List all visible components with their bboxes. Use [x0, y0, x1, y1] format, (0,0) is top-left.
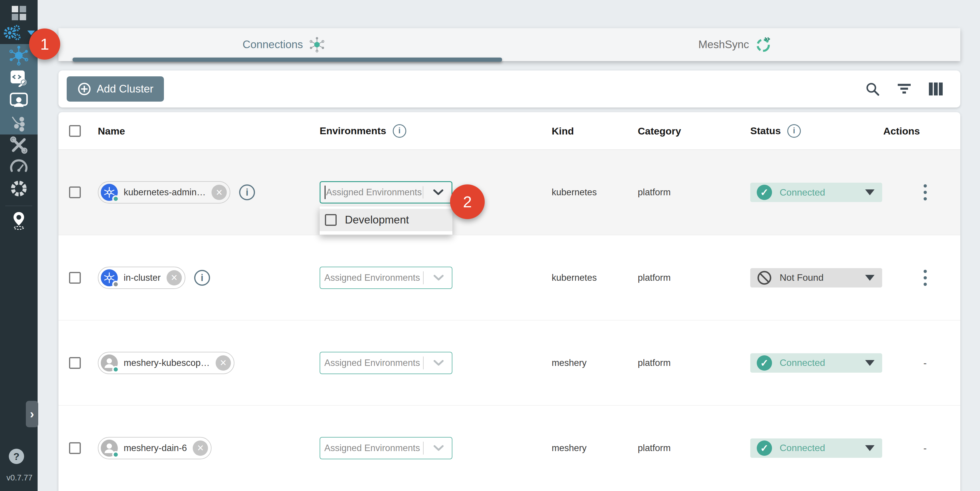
category-value: platform [638, 187, 671, 198]
dashboard-grid-icon[interactable] [0, 2, 38, 24]
connection-name: meshery-kubescop… [124, 358, 210, 368]
select-divider [423, 271, 423, 284]
tab-meshsync[interactable]: MeshSync [509, 28, 960, 61]
help-icon[interactable]: ? [9, 449, 24, 464]
tab-connections[interactable]: Connections [59, 28, 509, 61]
status-label: Connected [780, 358, 825, 368]
status-caret-icon [865, 360, 875, 366]
annotation-step-1: 1 [29, 29, 60, 60]
status-dot [112, 195, 119, 202]
tab-connections-label: Connections [243, 38, 303, 51]
view-columns-icon[interactable] [929, 82, 943, 96]
connection-chip[interactable]: meshery-dain-6 × [98, 437, 212, 459]
not-found-icon [757, 270, 772, 286]
chevron-down-icon[interactable] [434, 445, 444, 451]
performance-gauge-icon[interactable] [0, 155, 38, 176]
status-chip[interactable]: ✓ Connected [750, 439, 882, 458]
row-checkbox[interactable] [69, 186, 81, 198]
environments-placeholder: Assigned Environments [324, 443, 420, 453]
header-status[interactable]: Status [750, 125, 781, 137]
kind-value: meshery [552, 443, 587, 453]
environments-select[interactable]: Assigned Environments [320, 267, 452, 289]
remove-connection-icon[interactable]: × [167, 270, 182, 286]
status-caret-icon [865, 275, 875, 281]
status-dot [112, 281, 119, 288]
actions-empty: - [923, 357, 926, 369]
tabs-bar: Connections MeshSync [59, 28, 960, 61]
chevron-down-icon[interactable] [433, 189, 443, 195]
connection-chip[interactable]: in-cluster × [98, 267, 185, 289]
header-name[interactable]: Name [98, 125, 125, 137]
status-info-icon[interactable]: i [787, 124, 801, 138]
option-label: Development [345, 214, 409, 226]
filter-icon[interactable] [897, 83, 912, 95]
environments-select[interactable]: Assigned Environments [320, 437, 452, 459]
row-checkbox[interactable] [69, 442, 81, 454]
status-dot [112, 366, 119, 373]
status-label: Connected [780, 187, 825, 198]
select-all-checkbox[interactable] [69, 125, 81, 137]
table-row: meshery-dain-6 × Assigned Environments m… [59, 405, 960, 490]
kind-value: meshery [552, 358, 587, 368]
remove-connection-icon[interactable]: × [212, 185, 227, 200]
environments-select[interactable]: Assigned Environments [320, 181, 452, 203]
search-icon[interactable] [865, 82, 880, 96]
active-tab-indicator [73, 57, 502, 62]
sidebar-item-remote-sessions[interactable] [0, 89, 38, 112]
header-category[interactable]: Category [638, 125, 681, 137]
option-checkbox[interactable] [325, 214, 337, 226]
remove-connection-icon[interactable]: × [193, 440, 208, 456]
environments-select[interactable]: Assigned Environments [320, 352, 452, 374]
user-avatar-icon [101, 440, 118, 457]
meshsync-icon [755, 37, 772, 53]
kubernetes-icon [101, 269, 118, 286]
connection-name: meshery-dain-6 [124, 443, 187, 453]
remove-connection-icon[interactable]: × [216, 355, 231, 370]
status-chip[interactable]: ✓ Connected [750, 353, 882, 373]
toolbar-card: Add Cluster [59, 70, 960, 108]
user-avatar-icon [101, 354, 118, 372]
environments-placeholder: Assigned Environments [324, 358, 420, 368]
connection-chip[interactable]: kubernetes-admin… × [98, 181, 230, 203]
status-label: Not Found [780, 272, 823, 283]
status-dot [112, 451, 119, 458]
table-header-row: Name Environments i Kind Category Status… [59, 112, 960, 150]
row-checkbox[interactable] [69, 357, 81, 369]
sidebar-item-configuration[interactable] [0, 67, 38, 89]
environments-placeholder: Assigned Environments [326, 187, 422, 198]
connection-name: in-cluster [124, 273, 161, 283]
text-cursor [325, 186, 326, 199]
kebab-menu-icon[interactable] [922, 268, 929, 288]
chevron-down-icon[interactable] [434, 275, 444, 281]
toolbox-icon[interactable] [0, 135, 38, 156]
status-label: Connected [780, 443, 825, 453]
sidebar-expand-handle[interactable]: › [26, 401, 38, 427]
status-chip[interactable]: ✓ Connected [750, 183, 882, 202]
version-label: v0.7.77 [6, 474, 33, 483]
row-checkbox[interactable] [69, 272, 81, 284]
kebab-menu-icon[interactable] [922, 183, 929, 202]
check-circle-icon: ✓ [757, 185, 772, 200]
chevron-down-icon[interactable] [434, 360, 444, 366]
kind-value: kubernetes [552, 273, 597, 283]
dropdown-option-development[interactable]: Development [320, 209, 452, 231]
status-caret-icon [865, 445, 875, 451]
header-environments[interactable]: Environments [320, 125, 386, 137]
connection-info-icon[interactable]: i [239, 184, 255, 200]
actions-empty: - [923, 442, 926, 454]
location-pin-icon[interactable] [0, 210, 38, 231]
extensions-icon[interactable] [0, 178, 38, 199]
table-row: kubernetes-admin… × i Assigned Environme… [59, 150, 960, 235]
category-value: platform [638, 273, 671, 283]
connection-chip[interactable]: meshery-kubescop… × [98, 352, 234, 374]
add-cluster-button[interactable]: Add Cluster [67, 76, 164, 102]
status-chip[interactable]: Not Found [750, 268, 882, 288]
category-value: platform [638, 443, 671, 453]
connection-info-icon[interactable]: i [194, 270, 210, 286]
sidebar-item-pipeline[interactable] [0, 112, 38, 135]
header-kind[interactable]: Kind [552, 125, 574, 137]
status-caret-icon [865, 189, 875, 195]
annotation-step-2: 2 [450, 184, 485, 219]
environments-info-icon[interactable]: i [393, 124, 406, 138]
select-divider [423, 186, 423, 199]
